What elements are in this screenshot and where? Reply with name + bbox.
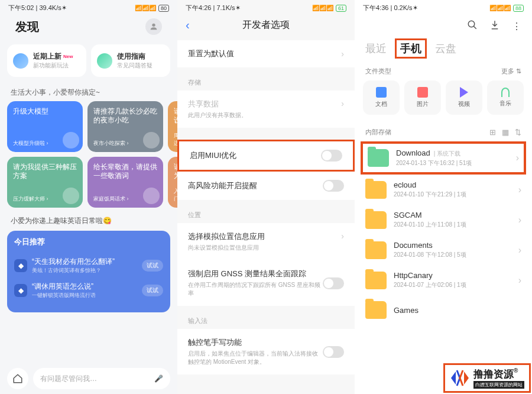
tab-cloud[interactable]: 云盘 bbox=[435, 41, 456, 56]
card-guide[interactable]: 使用指南常见问题答疑 bbox=[91, 44, 170, 77]
suggest-card[interactable]: 给长辈敬酒，请提供一些敬酒词家庭饭局话术 › bbox=[87, 157, 163, 208]
suggest-card[interactable]: 请为…入门… bbox=[168, 157, 177, 208]
suggest-card[interactable]: 升级大模型大模型升级啦 › bbox=[7, 101, 83, 152]
watermark: 撸撸资源®白嫖互联网资源的网站 bbox=[443, 363, 531, 393]
folder-icon bbox=[365, 301, 387, 319]
download-icon[interactable] bbox=[489, 20, 500, 33]
recommend-panel: 今日推荐 ◆ “天生我材必有用怎么翻译”美哉！古诗词英译有多惊艳？ 试试 ◆ “… bbox=[7, 231, 170, 312]
search-icon[interactable] bbox=[467, 20, 478, 33]
group-label: 输入法 bbox=[177, 306, 355, 329]
video-icon bbox=[460, 87, 468, 98]
suggest-card[interactable]: 请设…周边… bbox=[168, 101, 177, 152]
chevron-right-icon: › bbox=[341, 99, 344, 120]
suggest-card[interactable]: 请推荐几款长沙必吃的夜市小吃夜市小吃探索 › bbox=[87, 101, 163, 152]
row-risk-warning[interactable]: 高风险功能开启提醒 bbox=[177, 172, 355, 200]
more-icon[interactable]: ⋮ bbox=[512, 21, 521, 32]
recommend-item[interactable]: ◆ “调休用英语怎么说”一键解锁英语版网络流行语 试试 bbox=[14, 278, 163, 303]
tab-recent[interactable]: 最近 bbox=[365, 41, 387, 56]
folder-icon bbox=[365, 211, 387, 229]
folder-icon bbox=[365, 272, 387, 289]
svg-point-1 bbox=[468, 21, 475, 27]
logo-icon bbox=[450, 369, 470, 387]
recommend-item[interactable]: ◆ “天生我材必有用怎么翻译”美哉！古诗词英译有多惊艳？ 试试 bbox=[14, 253, 163, 278]
type-documents[interactable]: 文档 bbox=[363, 80, 400, 115]
type-images[interactable]: 图片 bbox=[404, 80, 441, 115]
folder-row[interactable]: SGCAM2024-01-10 上午11:08 | 1项› bbox=[355, 205, 532, 235]
row-stylus[interactable]: 触控笔手写功能启用后，如果焦点位于编辑器，当前输入法将接收触控笔的 Motion… bbox=[177, 329, 355, 374]
status-bar: 下午4:26 | 7.1K/s✶ 📶📶📶 61 bbox=[177, 0, 355, 14]
status-bar: 下午4:36 | 0.2K/s✶ 📶📶📶 88 bbox=[355, 0, 532, 14]
try-button[interactable]: 试试 bbox=[142, 260, 163, 272]
card-new-features[interactable]: 近期上新New新功能新玩法 bbox=[7, 44, 86, 77]
status-bar: 下午5:02 | 39.4K/s✶ 📶📶📶 80 bbox=[0, 0, 177, 14]
folder-icon bbox=[368, 149, 389, 167]
page-title: 发现 bbox=[15, 19, 39, 35]
bookmark-icon: ◆ bbox=[14, 284, 27, 297]
search-input[interactable]: 有问题尽管问我…🎤 bbox=[33, 368, 170, 389]
type-music[interactable]: 音乐 bbox=[487, 80, 524, 115]
sort-icon[interactable]: ⇅ bbox=[515, 128, 521, 137]
row-mock-location[interactable]: 选择模拟位置信息应用尚未设置模拟位置信息应用› bbox=[177, 223, 355, 260]
folder-row[interactable]: Download| 系统下载2024-01-13 下午16:32 | 51项 › bbox=[361, 141, 526, 175]
row-gnss[interactable]: 强制启用 GNSS 测量结果全面跟踪在停用工作周期的情况下跟踪所有 GNSS 星… bbox=[177, 260, 355, 306]
svg-point-0 bbox=[152, 24, 155, 27]
home-button[interactable] bbox=[7, 368, 28, 389]
type-videos[interactable]: 视频 bbox=[446, 80, 482, 115]
grid-view-icon[interactable]: ▦ bbox=[502, 128, 509, 137]
chevron-right-icon: › bbox=[516, 153, 519, 163]
row-share-data[interactable]: 共享数据此用户没有共享数据。› bbox=[177, 91, 355, 128]
toggle-switch[interactable] bbox=[321, 150, 342, 162]
row-miui-optimization[interactable]: 启用MIUI优化 bbox=[177, 140, 355, 172]
filetype-label: 文件类型 bbox=[365, 67, 391, 76]
guide-icon bbox=[97, 53, 112, 69]
english-tip: 小爱为你递上趣味英语日常啦😋 bbox=[0, 208, 177, 231]
toggle-switch[interactable] bbox=[323, 346, 344, 358]
folder-row[interactable]: HttpCanary2024-01-07 上午02:06 | 1项› bbox=[355, 265, 532, 295]
rocket-icon bbox=[13, 53, 28, 69]
page-title: 开发者选项 bbox=[197, 19, 346, 31]
music-icon bbox=[501, 88, 510, 97]
storage-label: 内部存储 bbox=[365, 128, 391, 137]
try-button[interactable]: 试试 bbox=[142, 285, 163, 296]
chevron-right-icon: › bbox=[341, 49, 344, 59]
tip-text: 生活大小事，小爱帮你搞定~ bbox=[0, 83, 177, 101]
folder-icon bbox=[365, 241, 387, 259]
folder-row[interactable]: Documents2024-01-08 下午12:08 | 5项› bbox=[355, 235, 532, 265]
group-label: 位置 bbox=[177, 200, 355, 223]
avatar[interactable] bbox=[145, 18, 162, 35]
image-icon bbox=[417, 87, 428, 98]
bookmark-icon: ◆ bbox=[14, 259, 27, 272]
toggle-switch[interactable] bbox=[323, 180, 344, 192]
suggest-card[interactable]: 请为我提供三种解压方案压力缓解大师 › bbox=[7, 157, 83, 208]
group-label: 存储 bbox=[177, 67, 355, 91]
folder-row[interactable]: ecloud2024-01-10 下午21:29 | 1项› bbox=[355, 175, 532, 205]
toggle-switch[interactable] bbox=[323, 277, 344, 289]
folder-icon bbox=[365, 181, 387, 199]
back-button[interactable]: ‹ bbox=[186, 18, 197, 32]
more-link[interactable]: 更多 ⇅ bbox=[501, 67, 521, 76]
tab-phone[interactable]: 手机 bbox=[395, 38, 427, 59]
row-reset[interactable]: 重置为默认值› bbox=[177, 40, 355, 67]
mic-icon[interactable]: 🎤 bbox=[154, 374, 163, 383]
folder-row[interactable]: Games bbox=[355, 295, 532, 325]
new-folder-icon[interactable]: ⊞ bbox=[489, 128, 496, 137]
document-icon bbox=[376, 87, 387, 98]
